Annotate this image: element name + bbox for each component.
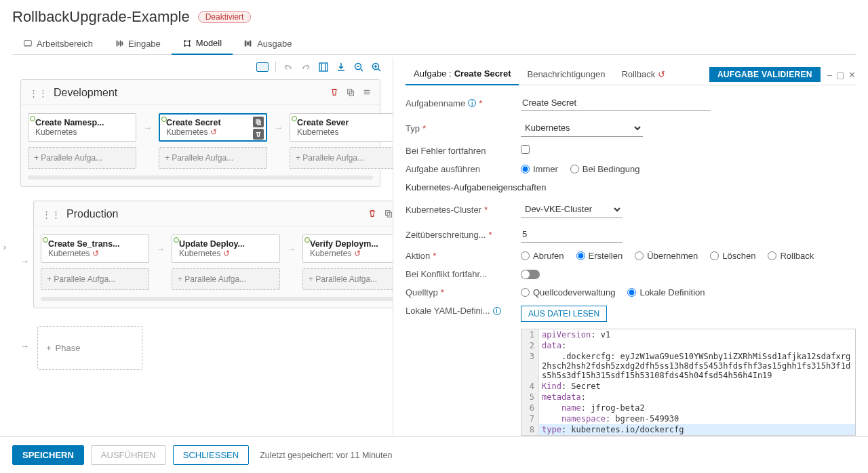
rollback-icon: ↺ <box>223 249 230 258</box>
flow-arrow-icon: → <box>285 234 297 263</box>
model-icon <box>182 39 192 48</box>
add-phase-button[interactable]: + Phase <box>37 326 142 370</box>
rollback-icon: ↺ <box>92 249 99 258</box>
stage-development: ⋮⋮ Development Crea <box>20 79 380 187</box>
copy-stage-icon[interactable] <box>346 87 355 99</box>
fit-view-button[interactable] <box>256 62 269 72</box>
drag-handle-icon[interactable]: ⋮⋮ <box>29 88 48 98</box>
stage-scrollbar[interactable] <box>28 176 373 180</box>
last-saved-text: Zuletzt gespeichert: vor 11 Minuten <box>260 451 392 460</box>
add-parallel-task[interactable]: + Parallele Aufga... <box>302 268 393 290</box>
info-icon[interactable]: i <box>468 99 476 107</box>
task-name-input[interactable] <box>521 95 711 111</box>
expand-left-handle[interactable]: › <box>0 58 9 436</box>
task-update-deploy[interactable]: Update Deploy... Kubernetes↺ <box>172 234 280 263</box>
cluster-select[interactable]: Dev-VKE-Cluster <box>521 201 623 218</box>
flow-arrow-icon: → <box>20 256 29 266</box>
continue-on-error-checkbox[interactable] <box>521 145 530 154</box>
stage-settings-icon[interactable] <box>362 87 372 99</box>
copy-stage-icon[interactable] <box>384 209 393 220</box>
run-button: AUSFÜHREN <box>91 445 166 465</box>
status-ok-icon <box>43 237 48 243</box>
maximize-panel-icon[interactable]: ▢ <box>836 70 844 80</box>
zoom-in-button[interactable] <box>371 62 382 73</box>
delete-stage-icon[interactable] <box>330 87 339 99</box>
task-create-secret[interactable]: Create Secret Kubernetes↺ <box>159 113 267 142</box>
minimize-panel-icon[interactable]: – <box>827 70 832 80</box>
add-parallel-task[interactable]: + Parallele Aufga... <box>159 147 267 169</box>
sp-tab-task[interactable]: Aufgabe :Create Secret <box>406 64 519 85</box>
stage-title: Development <box>54 87 117 99</box>
zoom-full-button[interactable] <box>318 62 329 73</box>
action-rollback-radio[interactable]: Rollback <box>768 251 814 261</box>
rollback-icon: ↺ <box>210 127 217 137</box>
status-ok-icon <box>304 237 310 243</box>
execute-always-radio[interactable]: Immer <box>521 164 558 174</box>
delete-task-icon[interactable] <box>253 129 264 140</box>
action-delete-radio[interactable]: Löschen <box>710 251 755 261</box>
rollback-icon: ↺ <box>658 69 665 79</box>
redo-button[interactable] <box>300 62 311 73</box>
flow-arrow-icon: → <box>273 113 284 142</box>
add-parallel-task[interactable]: + Parallele Aufga... <box>290 147 393 169</box>
output-icon <box>243 39 253 48</box>
save-button[interactable]: SPEICHERN <box>12 445 84 465</box>
input-icon <box>115 39 124 48</box>
main-tabs: Arbeitsbereich Eingabe Modell Ausgabe <box>12 34 856 55</box>
workspace-icon <box>23 39 33 48</box>
continue-on-conflict-toggle[interactable] <box>521 270 540 279</box>
svg-rect-5 <box>319 63 328 71</box>
drag-handle-icon[interactable]: ⋮⋮ <box>42 209 61 220</box>
validate-task-button[interactable]: AUFGABE VALIDIEREN <box>709 67 821 82</box>
action-fetch-radio[interactable]: Abrufen <box>521 251 564 261</box>
srctype-scm-radio[interactable]: Quellcodeverwaltung <box>521 287 615 297</box>
action-create-radio[interactable]: Erstellen <box>576 251 623 261</box>
stage-title: Production <box>66 208 119 220</box>
srctype-local-radio[interactable]: Lokale Definition <box>627 287 705 297</box>
flow-arrow-icon: → <box>142 113 153 142</box>
sp-tab-rollback[interactable]: Rollback↺ <box>613 65 673 85</box>
k8s-section-header: Kubernetes-Aufgabeneigenschaften <box>406 182 856 192</box>
stage-scrollbar[interactable] <box>41 297 393 301</box>
zoom-out-button[interactable] <box>353 62 364 73</box>
page-title: RollbackUpgrade-Example <box>12 8 190 26</box>
add-parallel-task[interactable]: + Parallele Aufga... <box>28 147 136 169</box>
status-ok-icon <box>174 237 179 243</box>
status-ok-icon <box>161 117 167 122</box>
stage-production: ⋮⋮ Production <box>33 201 393 308</box>
flow-arrow-icon: → <box>155 234 166 263</box>
task-create-server[interactable]: Create Sever Kubernetes <box>290 113 393 142</box>
close-button[interactable]: SCHLIESSEN <box>173 445 249 465</box>
tab-output[interactable]: Ausgabe <box>233 34 302 54</box>
yaml-editor[interactable]: 1apiVersion: v1 2data: 3 .dockercfg: eyJ… <box>521 329 856 436</box>
close-panel-icon[interactable]: ✕ <box>848 70 856 80</box>
sp-tab-notifications[interactable]: Benachrichtigungen <box>519 65 613 85</box>
download-button[interactable] <box>336 62 347 73</box>
add-parallel-task[interactable]: + Parallele Aufga... <box>41 268 149 290</box>
add-parallel-task[interactable]: + Parallele Aufga... <box>172 268 280 290</box>
tab-workspace[interactable]: Arbeitsbereich <box>12 34 104 54</box>
action-apply-radio[interactable]: Übernehmen <box>635 251 698 261</box>
tab-model[interactable]: Modell <box>172 34 233 55</box>
task-type-select[interactable]: Kubernetes <box>521 119 643 137</box>
status-ok-icon <box>292 116 297 121</box>
svg-rect-0 <box>24 41 32 46</box>
copy-task-icon[interactable] <box>253 117 264 127</box>
status-ok-icon <box>30 116 35 121</box>
rollback-icon: ↺ <box>354 249 361 258</box>
timeout-input[interactable] <box>521 226 623 243</box>
task-verify-deploy[interactable]: Verify Deploym... Kubernetes↺ <box>302 234 393 263</box>
status-badge: Deaktiviert <box>198 11 252 23</box>
delete-stage-icon[interactable] <box>368 209 377 220</box>
flow-arrow-icon: → <box>20 341 29 351</box>
task-create-namespace[interactable]: Create Namesp... Kubernetes <box>28 113 136 142</box>
info-icon[interactable]: i <box>493 307 501 315</box>
tab-input[interactable]: Eingabe <box>104 34 172 54</box>
task-create-se-trans[interactable]: Create Se_trans... Kubernetes↺ <box>41 234 149 263</box>
read-from-file-button[interactable]: AUS DATEI LESEN <box>521 306 607 322</box>
undo-button[interactable] <box>283 62 294 73</box>
execute-condition-radio[interactable]: Bei Bedingung <box>570 164 640 174</box>
